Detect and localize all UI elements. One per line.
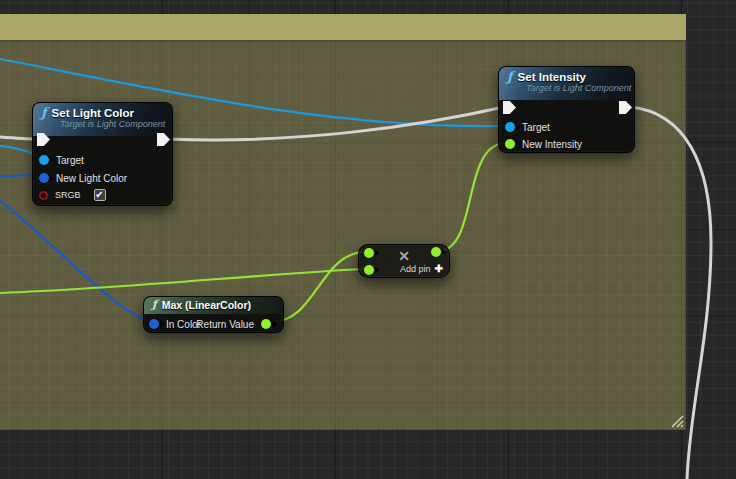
target-pin[interactable] <box>39 155 49 165</box>
comment-box-titlebar[interactable] <box>0 14 686 40</box>
exec-out-pin[interactable] <box>619 101 632 114</box>
node-title: Set Intensity <box>518 71 586 83</box>
exec-in-pin[interactable] <box>503 101 516 114</box>
node-max-linearcolor[interactable]: ƒ Max (LinearColor) In Color Return Valu… <box>143 296 284 333</box>
plus-icon: ✚ <box>435 264 443 274</box>
node-max-header: ƒ Max (LinearColor) <box>144 297 283 314</box>
node-multiply[interactable]: ✕ Add pin ✚ <box>358 244 450 278</box>
add-pin-button[interactable]: Add pin ✚ <box>400 264 443 274</box>
new-intensity-pin[interactable] <box>505 139 515 149</box>
node-subtitle: Target is Light Component <box>60 119 164 129</box>
new-light-color-pin-label: New Light Color <box>56 173 127 184</box>
return-value-pin-label: Return Value <box>196 319 254 330</box>
srgb-pin-label: SRGB <box>55 190 81 200</box>
srgb-bool-pin[interactable] <box>39 191 48 200</box>
new-light-color-pin[interactable] <box>39 173 49 183</box>
function-icon: ƒ <box>41 107 47 119</box>
node-set-intensity-header: ƒ Set Intensity Target is Light Componen… <box>499 67 634 100</box>
new-intensity-pin-label: New Intensity <box>522 139 582 150</box>
node-set-intensity[interactable]: ƒ Set Intensity Target is Light Componen… <box>498 66 635 153</box>
add-pin-label: Add pin <box>400 264 431 274</box>
node-subtitle: Target is Light Component <box>526 83 626 93</box>
target-pin-label: Target <box>56 155 84 166</box>
return-value-pin[interactable] <box>261 319 271 329</box>
target-pin-label: Target <box>522 122 550 133</box>
function-icon: ƒ <box>507 71 513 83</box>
resize-grip-icon <box>669 413 685 429</box>
node-title: Set Light Color <box>52 107 134 119</box>
comment-resize-handle[interactable] <box>669 413 685 429</box>
node-title: Max (LinearColor) <box>162 299 251 311</box>
multiply-input-b-pin[interactable] <box>364 265 374 275</box>
in-color-pin[interactable] <box>149 319 159 329</box>
node-set-light-color[interactable]: ƒ Set Light Color Target is Light Compon… <box>32 102 173 206</box>
node-set-light-color-header: ƒ Set Light Color Target is Light Compon… <box>33 103 172 136</box>
srgb-checkbox[interactable]: ✔ <box>94 189 106 201</box>
multiply-symbol: ✕ <box>359 249 449 263</box>
target-pin[interactable] <box>505 122 515 132</box>
blueprint-graph-canvas[interactable]: ƒ Set Light Color Target is Light Compon… <box>0 0 736 479</box>
function-icon: ƒ <box>152 299 157 311</box>
